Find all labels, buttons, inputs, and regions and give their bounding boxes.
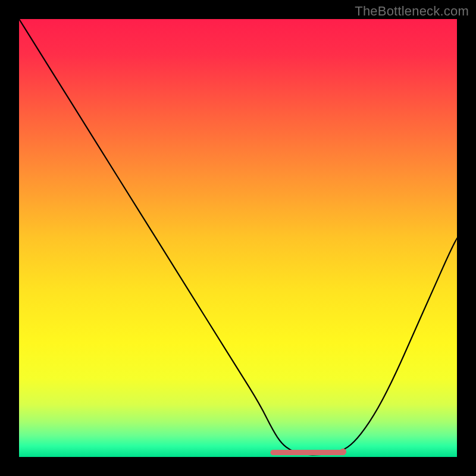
plot-area bbox=[19, 19, 457, 457]
optimal-marker bbox=[340, 449, 346, 455]
bottleneck-curve bbox=[19, 19, 457, 455]
chart-frame: TheBottleneck.com bbox=[0, 0, 476, 476]
chart-svg bbox=[19, 19, 457, 457]
watermark-label: TheBottleneck.com bbox=[355, 4, 469, 19]
